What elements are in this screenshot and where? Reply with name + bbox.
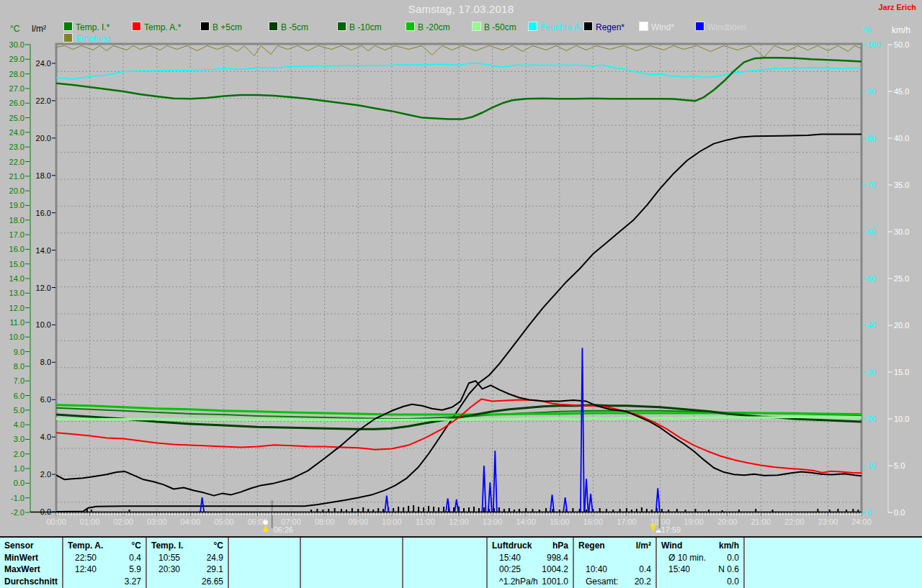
rain-tick — [418, 507, 419, 512]
axis-label-temp_c: 19.0 — [9, 201, 24, 209]
rain-tick — [572, 508, 573, 512]
table-column-empty-2 — [301, 538, 403, 588]
sunset-icon — [656, 530, 661, 533]
axis-unit-temp-c: °C — [10, 24, 20, 34]
rain-tick — [817, 509, 818, 512]
rain-tick — [676, 509, 678, 512]
hour-label: 20:00 — [717, 517, 738, 526]
rain-tick — [413, 505, 414, 512]
table-row-luftdruck-3: ^1.2hPa/h1001.0 — [488, 576, 573, 588]
rain-tick — [559, 510, 560, 512]
hour-label: 00:00 — [46, 517, 66, 526]
rain-tick — [519, 509, 520, 512]
table-row-temp-a-3: 3.27 — [63, 576, 146, 588]
rain-tick — [328, 509, 329, 512]
table-cell-temp-a-0-value: °C — [132, 540, 146, 551]
rain-tick — [382, 509, 384, 512]
rain-tick — [478, 508, 480, 512]
table-row-empty-3-0 — [403, 540, 486, 552]
rain-tick — [738, 510, 740, 512]
axis-label-temp_c: 8.0 — [14, 362, 24, 371]
table-cell-luftdruck-3-value: 1001.0 — [542, 576, 573, 587]
axis-label-wind_kmh: 0.0 — [894, 508, 905, 517]
series-windboeen-spike — [455, 499, 458, 512]
axis-label-temp_c: 22.0 — [9, 158, 24, 166]
rain-tick — [503, 509, 505, 512]
table-row-luftdruck-2: 00:251004.2 — [488, 564, 573, 576]
table-cell-wind-0-label: Wind — [657, 540, 682, 551]
axis-label-rain_lm2: 16.0 — [36, 209, 51, 217]
axis-label-temp_c: 25.0 — [9, 114, 24, 122]
hour-label: 17:00 — [617, 517, 637, 526]
axis-label-temp_c: 11.0 — [9, 318, 24, 327]
axis-label-temp_c: 1.0 — [14, 464, 24, 473]
hour-label: 14:00 — [516, 517, 536, 526]
rain-tick — [532, 509, 533, 512]
rain-tick — [852, 509, 854, 512]
weather-chart: °C l/m² % km/h 30.029.028.027.026.025.02… — [0, 0, 922, 536]
axis-label-wind_kmh: 20.0 — [894, 321, 909, 330]
rain-tick — [586, 510, 587, 512]
rain-tick — [433, 507, 434, 512]
table-row-empty-1-0 — [229, 540, 300, 552]
series-windboeen-spike — [563, 497, 567, 512]
rain-tick — [463, 508, 465, 512]
axis-label-temp_c: 28.0 — [9, 70, 24, 78]
table-cell-temp-a-3-value: 3.27 — [125, 576, 146, 587]
axis-label-temp_c: 12.0 — [9, 304, 24, 312]
table-row-regen-3: Gesamt:20.2 — [574, 576, 655, 588]
table-cell-luftdruck-3-label: ^1.2hPa/h — [488, 576, 538, 587]
table-cell-regen-3-label: Gesamt: — [574, 576, 618, 587]
axis-label-humidity_pct: 50 — [867, 274, 876, 283]
table-row-empty-1-1 — [229, 552, 300, 564]
hour-label: 15:00 — [550, 517, 570, 526]
rain-tick — [606, 509, 607, 512]
rain-tick — [473, 507, 475, 512]
table-cell-regen-0-label: Regen — [574, 540, 605, 551]
table-row-regen-2: 10:400.4 — [574, 564, 655, 576]
rain-tick — [468, 507, 470, 512]
rain-tick — [525, 508, 527, 512]
axis-label-temp_c: 5.0 — [14, 406, 24, 415]
rain-tick — [684, 510, 686, 512]
rain-tick — [631, 510, 632, 512]
table-rowlabel-durchschnitt: Durchschnitt — [0, 576, 62, 588]
axis-label-rain_lm2: 24.0 — [36, 59, 51, 68]
rain-tick — [651, 510, 653, 512]
rain-tick — [612, 510, 614, 512]
rain-tick — [428, 506, 429, 512]
axis-label-wind_kmh: 25.0 — [894, 274, 909, 283]
hour-label: 13:00 — [483, 517, 503, 526]
hour-label: 08:00 — [315, 517, 335, 526]
axis-label-humidity_pct: 40 — [867, 321, 876, 330]
rain-tick — [129, 510, 130, 512]
table-column-luftdruck: LuftdruckhPa15:40998.400:251004.2^1.2hPa… — [488, 538, 574, 588]
table-cell-temp-i-0-label: Temp. I. — [147, 540, 183, 551]
table-row-empty-2-0 — [301, 540, 402, 552]
rain-tick — [509, 508, 510, 512]
axis-label-temp_c: 24.0 — [9, 128, 24, 137]
hour-label: 01:00 — [80, 517, 100, 526]
rain-tick — [694, 509, 696, 512]
axis-label-rain_lm2: 10.0 — [36, 320, 51, 329]
axis-label-rain_lm2: 12.0 — [36, 284, 51, 292]
table-column-empty-1 — [229, 538, 301, 588]
rain-tick — [708, 510, 710, 512]
table-cell-temp-a-1-label: 22:50 — [63, 553, 97, 563]
table-row-empty-1-3 — [229, 576, 300, 588]
table-cell-luftdruck-1-value: 998.4 — [547, 553, 573, 563]
rain-tick — [661, 509, 663, 512]
table-column-empty-3 — [403, 538, 488, 588]
hour-label: 22:00 — [784, 517, 805, 526]
axis-label-humidity_pct: 20 — [867, 415, 876, 423]
axis-label-humidity_pct: 90 — [867, 87, 876, 96]
axis-label-humidity_pct: 30 — [867, 368, 876, 376]
series-windboeen-spike — [581, 348, 584, 512]
rain-tick — [545, 508, 547, 512]
table-cell-temp-a-1-value: 0.4 — [129, 553, 146, 563]
rain-tick — [357, 509, 359, 512]
table-rowlabel-maxwert: MaxWert — [0, 564, 62, 576]
table-row-wind-3: 0.0 — [657, 576, 743, 588]
table-row-empty-4-1 — [745, 552, 922, 564]
axis-label-temp_c: 29.0 — [9, 55, 24, 63]
